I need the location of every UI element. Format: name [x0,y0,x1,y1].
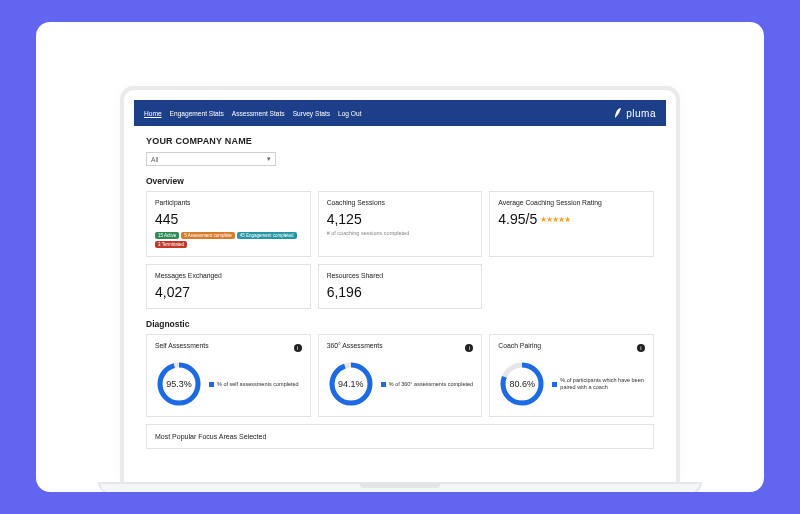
screen-frame: Home Engagement Stats Assessment Stats S… [120,86,680,482]
nav-assessment-stats[interactable]: Assessment Stats [232,108,285,119]
card-label: Coach Pairing [498,342,541,349]
card-360-assessments: 360° Assessments i 94.1% [318,334,483,417]
top-nav-bar: Home Engagement Stats Assessment Stats S… [134,100,666,126]
legend: % of participants which have been paired… [552,377,645,390]
overview-row-2: Messages Exchanged 4,027 Resources Share… [146,264,654,309]
participants-badges: 15 Active 5 Assessment complete 45 Engag… [155,232,302,248]
laptop-mockup: Home Engagement Stats Assessment Stats S… [120,86,680,492]
donut-pct: 95.3% [155,360,203,408]
filter-value: All [151,156,158,163]
badge-terminated: 3 Terminated [155,241,187,248]
card-value: 4,125 [327,211,474,227]
feather-icon [614,107,622,119]
backdrop: Home Engagement Stats Assessment Stats S… [36,22,764,492]
section-overview-title: Overview [146,176,654,186]
nav-engagement-stats[interactable]: Engagement Stats [170,108,224,119]
card-value: 445 [155,211,302,227]
brand-logo: pluma [614,107,656,119]
card-focus-areas: Most Popular Focus Areas Selected [146,424,654,449]
nav-log-out[interactable]: Log Out [338,108,361,119]
page-content: YOUR COMPANY NAME All ▾ Overview Partici… [134,126,666,459]
star-icons: ★★★★★ [540,215,570,224]
donut-pct: 80.6% [498,360,546,408]
card-label: Resources Shared [327,272,474,279]
card-note: # of coaching sessions completed [327,230,474,236]
laptop-base [98,482,702,492]
card-value: 4,027 [155,284,302,300]
nav-links: Home Engagement Stats Assessment Stats S… [144,108,362,119]
card-label: Most Popular Focus Areas Selected [155,433,266,440]
card-coaching-sessions: Coaching Sessions 4,125 # of coaching se… [318,191,483,257]
donut-pairing: 80.6% [498,360,546,408]
rating-value: 4.95/5 [498,211,537,227]
card-label: Coaching Sessions [327,199,474,206]
card-value: 6,196 [327,284,474,300]
info-icon[interactable]: i [294,344,302,352]
info-icon[interactable]: i [637,344,645,352]
overview-row-1: Participants 445 15 Active 5 Assessment … [146,191,654,257]
section-diagnostic-title: Diagnostic [146,319,654,329]
card-label: Self Assessments [155,342,209,349]
card-label: 360° Assessments [327,342,383,349]
company-name: YOUR COMPANY NAME [146,136,654,146]
badge-active: 15 Active [155,232,179,239]
nav-survey-stats[interactable]: Survey Stats [293,108,330,119]
filter-dropdown[interactable]: All ▾ [146,152,276,166]
card-session-rating: Average Coaching Session Rating 4.95/5 ★… [489,191,654,257]
brand-text: pluma [626,108,656,119]
legend: % of self assessments completed [209,381,299,388]
donut-pct: 94.1% [327,360,375,408]
diagnostic-row: Self Assessments i 95.3% [146,334,654,417]
card-label: Participants [155,199,302,206]
card-label: Messages Exchanged [155,272,302,279]
chevron-down-icon: ▾ [267,155,271,163]
card-participants: Participants 445 15 Active 5 Assessment … [146,191,311,257]
card-coach-pairing: Coach Pairing i 80.6% [489,334,654,417]
card-messages: Messages Exchanged 4,027 [146,264,311,309]
app-screen: Home Engagement Stats Assessment Stats S… [134,100,666,482]
donut-self: 95.3% [155,360,203,408]
info-icon[interactable]: i [465,344,473,352]
legend: % of 360° assessments completed [381,381,473,388]
badge-engagement: 45 Engagement completed [237,232,297,239]
card-self-assessments: Self Assessments i 95.3% [146,334,311,417]
card-label: Average Coaching Session Rating [498,199,645,206]
card-resources: Resources Shared 6,196 [318,264,483,309]
badge-assessment: 5 Assessment complete [181,232,235,239]
nav-home[interactable]: Home [144,108,162,119]
donut-360: 94.1% [327,360,375,408]
